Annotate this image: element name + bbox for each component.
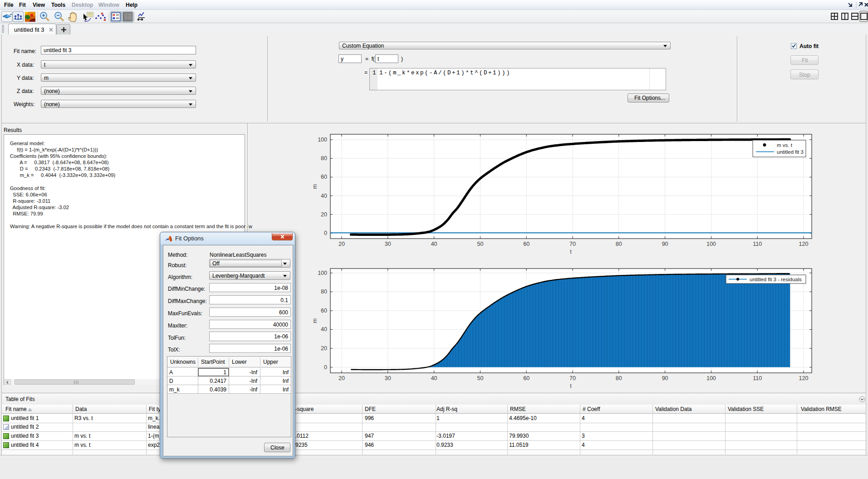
svg-text:20: 20 [338, 375, 345, 381]
svg-text:80: 80 [321, 288, 327, 295]
svg-text:0: 0 [324, 230, 327, 236]
svg-text:110: 110 [753, 241, 762, 247]
svg-text:untitled fit 3 - residuals: untitled fit 3 - residuals [750, 277, 802, 282]
svg-text:60: 60 [523, 375, 530, 381]
svg-text:100: 100 [318, 270, 327, 276]
svg-text:70: 70 [569, 375, 576, 381]
svg-text:80: 80 [321, 155, 327, 161]
svg-text:40: 40 [321, 193, 327, 199]
svg-text:40: 40 [431, 375, 437, 381]
svg-text:t: t [570, 249, 572, 255]
svg-text:60: 60 [321, 308, 327, 314]
svg-text:100: 100 [706, 241, 716, 247]
svg-text:50: 50 [477, 375, 483, 381]
svg-text:90: 90 [662, 375, 668, 381]
svg-text:120: 120 [799, 375, 809, 381]
svg-text:50: 50 [477, 241, 483, 247]
svg-text:20: 20 [321, 345, 327, 352]
svg-text:80: 80 [616, 241, 622, 247]
svg-text:m vs. t: m vs. t [777, 142, 793, 148]
svg-text:70: 70 [569, 241, 576, 247]
svg-text:110: 110 [753, 375, 762, 381]
svg-text:30: 30 [385, 241, 391, 247]
svg-text:m: m [312, 318, 318, 323]
svg-text:100: 100 [706, 375, 716, 381]
svg-text:60: 60 [321, 174, 327, 180]
svg-text:20: 20 [321, 211, 327, 218]
svg-text:40: 40 [321, 326, 327, 332]
svg-text:90: 90 [662, 241, 668, 247]
svg-text:100: 100 [318, 137, 327, 143]
svg-text:40: 40 [431, 241, 437, 247]
svg-text:20: 20 [338, 241, 345, 247]
svg-text:30: 30 [385, 375, 391, 381]
svg-text:120: 120 [799, 241, 809, 247]
svg-text:t: t [570, 383, 572, 389]
svg-text:0: 0 [324, 364, 327, 371]
svg-text:m: m [312, 184, 318, 189]
svg-text:untitled fit 3: untitled fit 3 [777, 149, 804, 155]
svg-text:80: 80 [616, 375, 622, 381]
svg-text:60: 60 [523, 241, 530, 247]
